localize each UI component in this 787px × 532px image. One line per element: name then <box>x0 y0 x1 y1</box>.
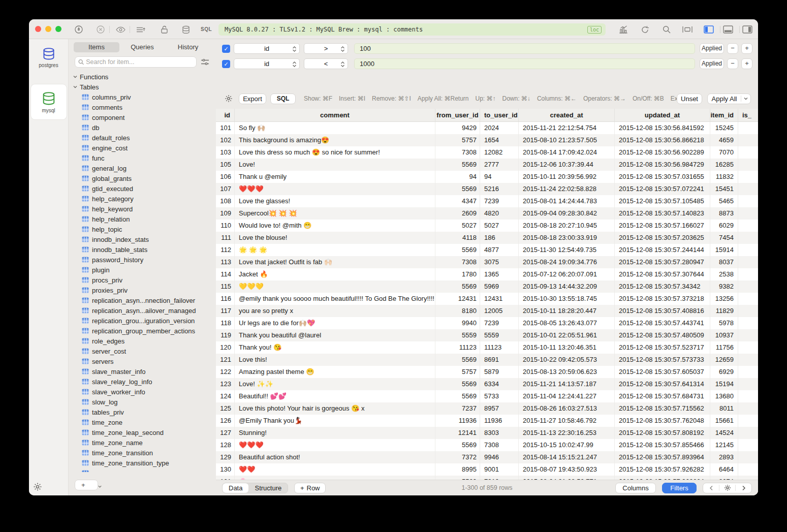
cell-is_[interactable] <box>738 451 758 463</box>
cell-updated_at[interactable]: 2015-12-08 15:30:57.893964 <box>615 451 710 463</box>
cell-comment[interactable]: This background is amazing😍 <box>235 134 435 146</box>
cell-updated_at[interactable]: 2015-12-08 15:30:57.605037 <box>615 366 710 378</box>
cell-created_at[interactable]: 2015-08-01 14:24:44.783 <box>519 195 615 207</box>
cell-from_user_id[interactable]: 5569 <box>435 390 480 402</box>
cell-from_user_id[interactable]: 11936 <box>435 415 480 427</box>
disconnect-icon[interactable] <box>96 24 106 35</box>
cell-is_[interactable] <box>738 476 758 480</box>
cell-updated_at[interactable]: 2015-12-08 15:30:57.105485 <box>615 195 710 207</box>
cell-to_user_id[interactable]: 12082 <box>480 146 519 159</box>
chart-icon[interactable] <box>618 24 628 35</box>
table-row[interactable]: 107❤️❤️❤️556952162015-11-24 22:02:58.828… <box>216 183 758 195</box>
cell-item_id[interactable]: 12659 <box>710 354 738 366</box>
cell-updated_at[interactable]: 2015-12-08 15:30:57.408816 <box>615 305 710 317</box>
sql-editor-icon[interactable]: SQL <box>201 26 212 32</box>
sidebar-table-item[interactable]: help_topic <box>69 224 216 234</box>
cell-created_at[interactable]: 2015-10-30 13:55:18.745 <box>519 293 615 305</box>
cell-created_at[interactable]: 2015-08-10 21:23:57.505 <box>519 134 615 146</box>
toggle-right-panel-icon[interactable] <box>742 24 752 35</box>
cell-id[interactable]: 131 <box>216 476 235 480</box>
table-row[interactable]: 105Love!556927772015-12-06 10:37:39.4420… <box>216 159 758 171</box>
cell-id[interactable]: 102 <box>216 134 235 146</box>
cell-is_[interactable] <box>738 134 758 146</box>
cell-item_id[interactable]: 13680 <box>710 390 738 402</box>
cell-updated_at[interactable]: 2015-12-08 15:30:56.984729 <box>615 159 710 171</box>
cell-to_user_id[interactable]: 186 <box>480 232 519 244</box>
sidebar-table-item[interactable]: innodb_index_stats <box>69 234 216 244</box>
cell-updated_at[interactable]: 2015-12-08 15:30:57.203625 <box>615 232 710 244</box>
cell-from_user_id[interactable]: 7308 <box>435 256 480 268</box>
cell-to_user_id[interactable]: 5559 <box>480 329 519 341</box>
cell-to_user_id[interactable]: 2777 <box>480 159 519 171</box>
sidebar-table-item[interactable]: user <box>69 468 216 472</box>
cell-to_user_id[interactable]: 5969 <box>480 280 519 293</box>
sidebar-table-item[interactable]: procs_priv <box>69 275 216 285</box>
table-row[interactable]: 108Love the glasses!434772392015-08-01 1… <box>216 195 758 207</box>
cell-created_at[interactable]: 2015-09-04 09:28:30.842 <box>519 207 615 220</box>
table-row[interactable]: 131🌸556979102015-08-24 21:08:52.7712015-… <box>216 476 758 480</box>
cell-id[interactable]: 123 <box>216 378 235 390</box>
sidebar-table-item[interactable]: time_zone <box>69 417 216 427</box>
table-row[interactable]: 109Supercool💥 💥 💥260948202015-09-04 09:2… <box>216 207 758 220</box>
cell-item_id[interactable]: 7070 <box>710 146 738 159</box>
cell-updated_at[interactable]: 2015-12-08 15:30:57.031655 <box>615 171 710 183</box>
cell-comment[interactable]: Love this photo! Your hair is gorgeous 😘… <box>235 402 435 415</box>
table-row[interactable]: 110Would love to! @mith 😁502750272015-08… <box>216 220 758 232</box>
cell-item_id[interactable]: 2893 <box>710 451 738 463</box>
sidebar-table-item[interactable]: time_zone_transition_type <box>69 458 216 468</box>
sidebar-table-item[interactable]: time_zone_leap_second <box>69 427 216 437</box>
cell-item_id[interactable]: 2538 <box>710 268 738 280</box>
cell-comment[interactable]: Supercool💥 💥 💥 <box>235 207 435 220</box>
sidebar-table-item[interactable]: slave_relay_log_info <box>69 377 216 387</box>
cell-from_user_id[interactable]: 1780 <box>435 268 480 280</box>
cell-to_user_id[interactable]: 5216 <box>480 183 519 195</box>
cell-is_[interactable] <box>738 341 758 354</box>
sidebar-table-item[interactable]: replication_grou...iguration_version <box>69 316 216 326</box>
cell-to_user_id[interactable]: 1365 <box>480 268 519 280</box>
cell-comment[interactable]: Thank u @emily <box>235 171 435 183</box>
cell-comment[interactable]: Love this! <box>235 354 435 366</box>
table-row[interactable]: 101So fly 🙌🏼942920242015-11-21 22:12:54.… <box>216 122 758 134</box>
cell-to_user_id[interactable]: 9946 <box>480 451 519 463</box>
cell-id[interactable]: 101 <box>216 122 235 134</box>
sidebar-table-item[interactable]: time_zone_name <box>69 437 216 448</box>
table-row[interactable]: 117you are so pretty x8180120052015-10-1… <box>216 305 758 317</box>
cell-is_[interactable] <box>738 439 758 451</box>
sql-button[interactable]: SQL <box>270 93 296 104</box>
cell-updated_at[interactable]: 2015-12-08 15:30:57.140823 <box>615 207 710 220</box>
cell-updated_at[interactable]: 2015-12-08 15:30:57.962664 <box>615 476 710 480</box>
cell-id[interactable]: 113 <box>216 256 235 268</box>
filters-button[interactable]: Filters <box>662 483 697 493</box>
filter-operator-select[interactable]: > <box>304 43 348 54</box>
cell-is_[interactable] <box>738 378 758 390</box>
minimize-window-button[interactable] <box>45 26 51 32</box>
cell-comment[interactable]: @emily thank you soooo much beautiful!!!… <box>235 293 435 305</box>
cell-updated_at[interactable]: 2015-12-08 15:30:57.307644 <box>615 268 710 280</box>
cell-to_user_id[interactable]: 8957 <box>480 402 519 415</box>
cell-from_user_id[interactable]: 94 <box>435 171 480 183</box>
filter-column-select[interactable]: id <box>234 43 300 54</box>
remove-filter-button[interactable]: − <box>727 43 738 54</box>
cell-comment[interactable]: Thank you! 😘 <box>235 341 435 354</box>
table-row[interactable]: 103Love this dress so much 😍 so nice for… <box>216 146 758 159</box>
cell-comment[interactable]: 🌟 🌟 🌟 <box>235 244 435 256</box>
cell-updated_at[interactable]: 2015-12-08 15:30:57.641314 <box>615 378 710 390</box>
filter-status-badge[interactable]: Applied <box>700 43 724 54</box>
cell-created_at[interactable]: 2015-08-26 16:03:27.513 <box>519 402 615 415</box>
cell-is_[interactable] <box>738 390 758 402</box>
sidebar-table-item[interactable]: engine_cost <box>69 143 216 153</box>
table-row[interactable]: 129Beautiful action shot!737299462015-08… <box>216 451 758 463</box>
sidebar-table-item[interactable]: comments <box>69 102 216 112</box>
cell-updated_at[interactable]: 2015-12-08 15:30:57.34342 <box>615 280 710 293</box>
cell-created_at[interactable]: 2015-11-24 22:02:58.828 <box>519 183 615 195</box>
cell-item_id[interactable]: 13256 <box>710 293 738 305</box>
lock-icon[interactable] <box>159 24 169 35</box>
cell-created_at[interactable]: 2015-08-18 20:27:10.945 <box>519 220 615 232</box>
cell-id[interactable]: 130 <box>216 463 235 476</box>
cell-from_user_id[interactable]: 4347 <box>435 195 480 207</box>
remove-filter-button[interactable]: − <box>727 58 738 69</box>
cell-to_user_id[interactable]: 5733 <box>480 390 519 402</box>
cell-comment[interactable]: Love! ✨✨ <box>235 378 435 390</box>
tab-data[interactable]: Data <box>223 483 248 493</box>
sidebar-table-item[interactable]: help_relation <box>69 214 216 224</box>
